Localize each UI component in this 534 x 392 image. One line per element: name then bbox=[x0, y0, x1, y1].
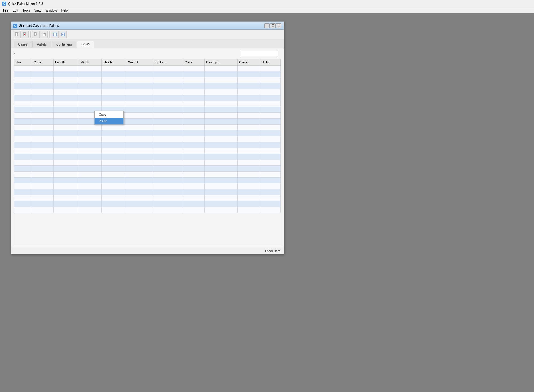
table-row bbox=[14, 101, 281, 107]
table-row bbox=[14, 178, 281, 183]
status-text: Local Data bbox=[265, 249, 280, 253]
toolbar-delete-button[interactable] bbox=[21, 31, 29, 38]
tab-skus[interactable]: SKUs bbox=[77, 41, 94, 48]
table-row bbox=[14, 201, 281, 207]
col-top-to: Top to ... bbox=[152, 59, 183, 66]
tabs-bar: Cases Pallets Containers SKUs bbox=[11, 39, 284, 48]
restore-button[interactable]: ❐ bbox=[270, 23, 276, 28]
col-units: Units bbox=[260, 59, 280, 66]
col-use: Use bbox=[14, 59, 32, 66]
svg-text:E: E bbox=[62, 33, 64, 36]
window-standard-cases-pallets: Q Standard Cases and Pallets — ❐ ✕ bbox=[11, 21, 284, 254]
table-row bbox=[14, 166, 281, 172]
table-row bbox=[14, 71, 281, 77]
svg-text:I: I bbox=[55, 33, 55, 36]
table-row bbox=[14, 154, 281, 160]
app-title-text: Quick Pallet Maker 6.2.3 bbox=[8, 2, 43, 6]
col-descrip: Descrip... bbox=[204, 59, 237, 66]
tab-pallets[interactable]: Pallets bbox=[32, 41, 51, 48]
toolbar-copy-button[interactable] bbox=[32, 31, 40, 38]
context-menu-copy[interactable]: Copy bbox=[95, 111, 123, 118]
col-weight: Weight bbox=[126, 59, 152, 66]
table-row bbox=[14, 142, 281, 148]
table-row bbox=[14, 89, 281, 95]
toolbar-separator-2 bbox=[49, 31, 50, 38]
menu-bar: File Edit Tools View Window Help bbox=[0, 7, 534, 13]
context-menu-paste[interactable]: Paste bbox=[95, 118, 123, 124]
col-length: Length bbox=[53, 59, 79, 66]
window-title-text: Standard Cases and Pallets bbox=[19, 24, 264, 28]
table-row bbox=[14, 207, 281, 213]
window-controls: — ❐ ✕ bbox=[264, 23, 281, 28]
window-toolbar: I E bbox=[11, 30, 284, 39]
table-header-row: Use Code Length Width Height Weight Top … bbox=[14, 59, 281, 66]
status-bar: Local Data bbox=[11, 248, 284, 254]
table-row bbox=[14, 136, 281, 142]
table-row bbox=[14, 148, 281, 154]
expand-icon[interactable]: » bbox=[14, 52, 15, 55]
menu-tools[interactable]: Tools bbox=[20, 8, 32, 13]
menu-window[interactable]: Window bbox=[43, 8, 59, 13]
table-row bbox=[14, 189, 281, 195]
col-class: Class bbox=[237, 59, 260, 66]
table-row bbox=[14, 195, 281, 201]
table-row bbox=[14, 160, 281, 166]
svg-rect-7 bbox=[43, 33, 45, 34]
table-row bbox=[14, 125, 281, 130]
app-icon: Q bbox=[2, 2, 6, 6]
app-title-bar: Q Quick Pallet Maker 6.2.3 bbox=[0, 0, 534, 7]
minimize-button[interactable]: — bbox=[264, 23, 270, 28]
context-menu: Copy Paste bbox=[94, 111, 124, 125]
toolbar-import-button[interactable]: I bbox=[51, 31, 59, 38]
window-app-icon: Q bbox=[13, 24, 17, 28]
tab-containers[interactable]: Containers bbox=[52, 41, 76, 48]
table-row bbox=[14, 95, 281, 101]
toolbar-export-button[interactable]: E bbox=[59, 31, 67, 38]
table-row bbox=[14, 77, 281, 83]
close-button[interactable]: ✕ bbox=[276, 23, 281, 28]
table-row bbox=[14, 107, 281, 113]
table-row bbox=[14, 113, 281, 119]
table-row bbox=[14, 119, 281, 125]
menu-view[interactable]: View bbox=[32, 8, 43, 13]
toolbar-new-button[interactable] bbox=[13, 31, 21, 38]
search-input[interactable] bbox=[241, 51, 278, 56]
table-container: » Use Code Length Width Height Weight bbox=[11, 48, 284, 248]
table-row bbox=[14, 130, 281, 136]
table-row bbox=[14, 183, 281, 189]
col-width: Width bbox=[79, 59, 101, 66]
toolbar-paste-button[interactable] bbox=[40, 31, 48, 38]
col-color: Color bbox=[183, 59, 205, 66]
table-row bbox=[14, 83, 281, 89]
col-height: Height bbox=[102, 59, 126, 66]
tab-cases[interactable]: Cases bbox=[14, 41, 32, 48]
table-row bbox=[14, 66, 281, 71]
sku-table: Use Code Length Width Height Weight Top … bbox=[14, 59, 281, 213]
col-code: Code bbox=[32, 59, 54, 66]
table-wrapper: Use Code Length Width Height Weight Top … bbox=[14, 59, 281, 245]
menu-file[interactable]: File bbox=[1, 8, 10, 13]
menu-edit[interactable]: Edit bbox=[10, 8, 20, 13]
svg-rect-5 bbox=[34, 33, 36, 35]
filter-row: » bbox=[14, 51, 281, 56]
main-content: Q Standard Cases and Pallets — ❐ ✕ bbox=[0, 13, 534, 392]
toolbar-separator-1 bbox=[30, 31, 31, 38]
table-row bbox=[14, 172, 281, 178]
window-title-bar: Q Standard Cases and Pallets — ❐ ✕ bbox=[11, 22, 284, 30]
menu-help[interactable]: Help bbox=[59, 8, 70, 13]
